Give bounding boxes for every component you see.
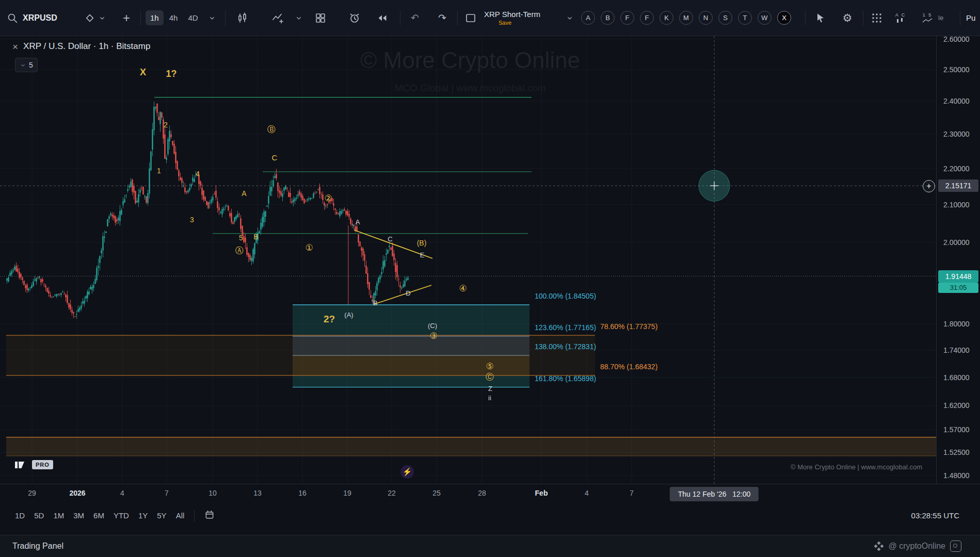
price-axis[interactable]: 2.15171 1.91448 31:05 2.600002.500002.40…	[936, 36, 980, 484]
price-axis-label: 2.30000	[943, 130, 970, 138]
diamond-cluster-icon	[874, 542, 883, 551]
tradingview-app: XRPUSD + 1h4h4D ↶ ↷	[0, 0, 980, 557]
time-axis-label: Feb	[535, 489, 548, 497]
range-3M-button[interactable]: 3M	[69, 508, 89, 523]
price-axis-label: 1.80000	[943, 320, 970, 328]
price-axis-label: 1.62000	[943, 401, 970, 409]
chart-region: © More Crypto Online MCO Global | www.mc…	[0, 0, 980, 557]
time-axis-label: 25	[432, 489, 441, 497]
range-1D-button[interactable]: 1D	[10, 508, 29, 523]
crosshair-price-badge: 2.15171	[938, 179, 978, 192]
price-axis-label: 1.68000	[943, 373, 970, 382]
crosshair-time-badge: Thu 12 Feb '26 12:00	[670, 487, 759, 501]
price-axis-label: 1.74000	[943, 346, 970, 354]
add-alert-plus-button[interactable]: +	[923, 180, 935, 192]
time-axis-label: 10	[208, 489, 217, 497]
range-6M-button[interactable]: 6M	[89, 508, 109, 523]
go-to-date-button[interactable]	[200, 506, 219, 525]
range-1Y-button[interactable]: 1Y	[134, 508, 152, 523]
price-axis-label: 2.10000	[943, 201, 970, 209]
time-axis[interactable]: Thu 12 Feb '26 12:00 2920264710131619222…	[0, 484, 980, 503]
range-toolbar: 1D5D1M3M6MYTD1Y5YAll 03:28:55 UTC	[0, 503, 980, 535]
trading-panel-title: Trading Panel	[12, 542, 63, 551]
time-axis-label: 4	[120, 489, 124, 497]
price-axis-label: 2.00000	[943, 238, 970, 247]
range-5D-button[interactable]: 5D	[29, 508, 49, 523]
time-axis-label: 29	[28, 489, 36, 497]
time-axis-label: 19	[343, 489, 351, 497]
price-axis-label: 1.57000	[943, 425, 970, 434]
range-All-button[interactable]: All	[171, 508, 189, 523]
toolbar-divider	[194, 510, 195, 521]
price-axis-label: 2.40000	[943, 97, 970, 105]
time-axis-label: 7	[630, 489, 634, 497]
channel-handle: @ cryptoOnline	[888, 542, 945, 551]
price-axis-label: 1.52500	[943, 448, 970, 456]
wave-degree-selector[interactable]: 5	[15, 58, 38, 72]
time-axis-label: 22	[388, 489, 396, 497]
time-axis-label: 2026	[69, 489, 85, 497]
calendar-icon	[204, 510, 215, 520]
time-axis-label: 4	[585, 489, 589, 497]
price-axis-label: 2.20000	[943, 165, 970, 173]
time-axis-label: 16	[298, 489, 307, 497]
range-1M-button[interactable]: 1M	[49, 508, 69, 523]
price-axis-label: 1.48000	[943, 471, 970, 480]
channel-watermark: @ cryptoOnline	[874, 540, 961, 552]
chevron-down-icon	[20, 62, 26, 69]
time-axis-label: 28	[478, 489, 486, 497]
wave-degree-value: 5	[29, 61, 33, 69]
time-axis-label: 13	[253, 489, 262, 497]
range-5Y-button[interactable]: 5Y	[152, 508, 171, 523]
range-YTD-button[interactable]: YTD	[109, 508, 134, 523]
price-chart[interactable]	[0, 0, 980, 557]
trading-panel[interactable]: Trading Panel @ cryptoOnline	[0, 535, 980, 557]
price-axis-label: 2.60000	[943, 35, 970, 43]
utc-clock[interactable]: 03:28:55 UTC	[911, 511, 959, 520]
time-axis-label: 7	[165, 489, 169, 497]
close-icon[interactable]: ×	[12, 42, 18, 52]
channel-logo-icon	[950, 540, 961, 552]
price-axis-label: 2.50000	[943, 65, 970, 74]
range-button-group: 1D5D1M3M6MYTD1Y5YAll	[10, 508, 189, 523]
last-price-badge: 1.91448	[938, 270, 978, 283]
bar-countdown-badge: 31:05	[938, 283, 978, 293]
